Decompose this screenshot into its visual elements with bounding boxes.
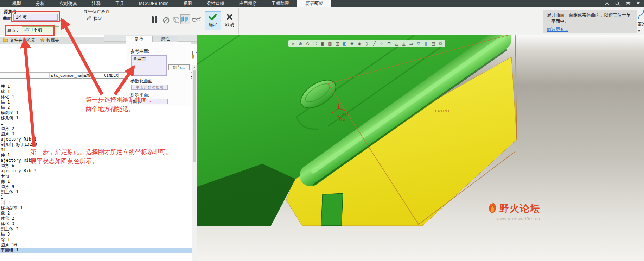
shading-style-icon[interactable]: ▩ <box>327 41 333 46</box>
graphics-area[interactable]: FRONT CS0 CS1 ⌕⊕⊖⛶▣▩◫◧❖◈◊╱⊹⊞△◬⇄▽‖▤⧉ 野火论坛… <box>197 35 644 261</box>
tree-row[interactable]: 卡扣 <box>0 174 193 179</box>
front-plane-label[interactable]: FRONT <box>435 109 450 113</box>
snapshot-icon[interactable]: ⧉ <box>438 41 444 46</box>
tree-row[interactable]: 圆角 3 <box>0 131 193 137</box>
ribbon-tab[interactable]: 柔性建模 <box>199 0 232 7</box>
caret-down-icon[interactable] <box>637 2 640 5</box>
learning-connector-icon[interactable] <box>626 2 631 6</box>
appearance-icon[interactable]: ◧ <box>342 41 348 46</box>
param-surface-collector[interactable]: 单击此处添加项 <box>131 85 168 90</box>
spline-icon[interactable] <box>638 10 644 20</box>
annotation-display-icon[interactable]: △ <box>393 41 400 46</box>
tree-row[interactable]: 体化 3 <box>0 221 193 226</box>
tree-row[interactable]: 体化 2 <box>0 216 193 221</box>
tree-row[interactable]: 移几何 1 <box>0 116 193 121</box>
tree-row[interactable]: 圆角 10 <box>0 242 193 248</box>
datum-plane-display-icon[interactable]: ◊ <box>364 41 370 46</box>
tree-row[interactable]: 描 3 <box>0 232 193 237</box>
ribbon-tab[interactable]: 模型 <box>5 0 28 7</box>
collapse-ribbon-icon[interactable] <box>605 2 609 5</box>
tree-row[interactable]: 像 1 <box>0 179 193 184</box>
display-style-icon[interactable]: ◫ <box>334 41 340 46</box>
ribbon-divider <box>146 8 146 34</box>
tree-scrollbar[interactable]: ▲ <box>192 65 197 261</box>
reorient-icon[interactable]: ⇄ <box>408 41 414 46</box>
search-icon[interactable] <box>615 1 620 6</box>
pause-icon[interactable]: ‖ <box>423 41 429 46</box>
tree-row[interactable]: 制几何 标识13223 <box>0 142 193 147</box>
ok-button[interactable]: 确定 <box>205 11 221 30</box>
tree-row[interactable]: 割主体 2 <box>0 226 193 232</box>
tree-row[interactable]: 除 1 <box>0 237 193 242</box>
refit-icon[interactable]: ⛶ <box>312 41 318 46</box>
flatten-quilt-ribbon: 源参考 曲面： 1个项 原点： 1个项 展平位置放置 指定 确定 取消 展开曲面… <box>0 7 644 36</box>
datum-axis-display-icon[interactable]: ╱ <box>371 41 377 46</box>
ribbon-tab[interactable]: 实时仿真 <box>52 0 84 7</box>
ribbon-tab[interactable]: 应用程序 <box>232 0 264 7</box>
csys-label-bottom: CS1 <box>339 118 346 122</box>
tree-row[interactable]: 圆角 2 <box>0 126 193 131</box>
attached-preview-icon[interactable] <box>180 14 190 24</box>
model-scene: FRONT CS0 CS1 <box>197 35 644 261</box>
tree-row[interactable]: 1 <box>0 121 193 126</box>
tree-row[interactable]: 圆角 9 <box>0 184 193 189</box>
tree-list-icon[interactable]: ▤ <box>430 41 436 46</box>
tree-settings-tool[interactable]: ▾ <box>191 51 197 60</box>
tree-row[interactable]: ajectory Rib 3 <box>0 168 193 174</box>
ribbon-tab[interactable]: 工具 <box>108 0 132 7</box>
ribbon-tab[interactable]: 工程助理 <box>264 0 297 7</box>
column-cindex[interactable]: CINDEX <box>104 73 118 78</box>
unattached-preview-icon[interactable] <box>171 15 180 24</box>
no-preview-icon[interactable] <box>162 16 170 24</box>
ribbon-tab[interactable]: 注释 <box>84 0 108 7</box>
specify-origin-button[interactable]: 指定 <box>85 15 102 22</box>
scrollbar-thumb[interactable] <box>193 70 196 162</box>
pencil-icon <box>85 15 91 22</box>
param-surface-label: 参数化曲面: <box>130 78 191 84</box>
folder-browser-button[interactable]: 文件夹浏览器 <box>3 37 35 43</box>
tree-row[interactable]: 平面组 1 <box>0 248 193 253</box>
read-more-link[interactable]: 阅读更多... <box>547 26 568 33</box>
zoom-out-icon[interactable]: ⊖ <box>305 41 311 46</box>
scroll-up-icon[interactable]: ▲ <box>192 66 197 69</box>
ribbon-tab[interactable]: 视图 <box>176 0 199 7</box>
pane-divider <box>0 52 126 52</box>
repaint-icon[interactable]: ▣ <box>319 41 326 46</box>
column-ptc-common-name[interactable]: ptc_common_name <box>51 73 86 78</box>
tree-row[interactable]: 1 <box>0 195 193 200</box>
caret-down-icon[interactable] <box>638 28 640 33</box>
ribbon-tab-active-flatten-quilt[interactable]: 展平面组 <box>297 0 331 7</box>
green-tab[interactable] <box>321 193 343 226</box>
pause-button[interactable] <box>149 15 159 25</box>
folder-icon <box>3 38 8 43</box>
ribbon-tab-bar: 模型分析实时仿真注释工具MCADEx Tools视图柔性建模应用程序工程助理 展… <box>0 0 644 7</box>
view-manager-icon[interactable]: ◈ <box>356 41 363 46</box>
tree-row[interactable]: 移动副本 1 <box>0 205 193 211</box>
favorites-button[interactable]: 收藏夹 <box>40 37 59 43</box>
cancel-button[interactable]: 取消 <box>222 11 238 30</box>
ref-surface-collector[interactable]: 单曲面 <box>131 55 167 76</box>
annotation-step1: 第一步选择刚绘制曲面， 两个地方都能选。 <box>85 95 153 113</box>
zoom-window-icon[interactable]: ⌕ <box>290 41 296 46</box>
datum-label[interactable]: 基准 <box>638 21 644 27</box>
tab-references[interactable]: 参考 <box>126 36 152 42</box>
glasses-icon[interactable] <box>192 16 201 24</box>
tree-row[interactable]: 像 2 <box>0 211 193 216</box>
ribbon-tab[interactable]: 分析 <box>28 0 52 7</box>
panel-drag-handle[interactable]: · · · · <box>126 43 191 46</box>
caret-down-icon: ▾ <box>196 51 197 54</box>
saved-orientations-icon[interactable]: ❖ <box>349 41 355 46</box>
datum-point-display-icon[interactable]: ⊹ <box>378 41 385 46</box>
details-button[interactable]: 细节... <box>168 64 190 70</box>
tree-row[interactable]: 制 2 <box>0 200 193 205</box>
perspective-icon[interactable]: ▽ <box>415 41 422 46</box>
tree-row[interactable]: ajectory Rib 1 <box>0 137 193 142</box>
spin-center-icon[interactable]: ◬ <box>401 41 407 46</box>
csys-display-icon[interactable]: ⊞ <box>386 41 392 46</box>
tab-properties[interactable]: 属性 <box>152 36 178 42</box>
check-icon <box>209 14 217 21</box>
tree-row[interactable]: 割主体 1 <box>0 189 193 195</box>
ribbon-tab[interactable]: MCADEx Tools <box>132 0 176 7</box>
zoom-in-icon[interactable]: ⊕ <box>297 41 304 46</box>
column-cmat[interactable]: CMAT <box>84 73 94 78</box>
